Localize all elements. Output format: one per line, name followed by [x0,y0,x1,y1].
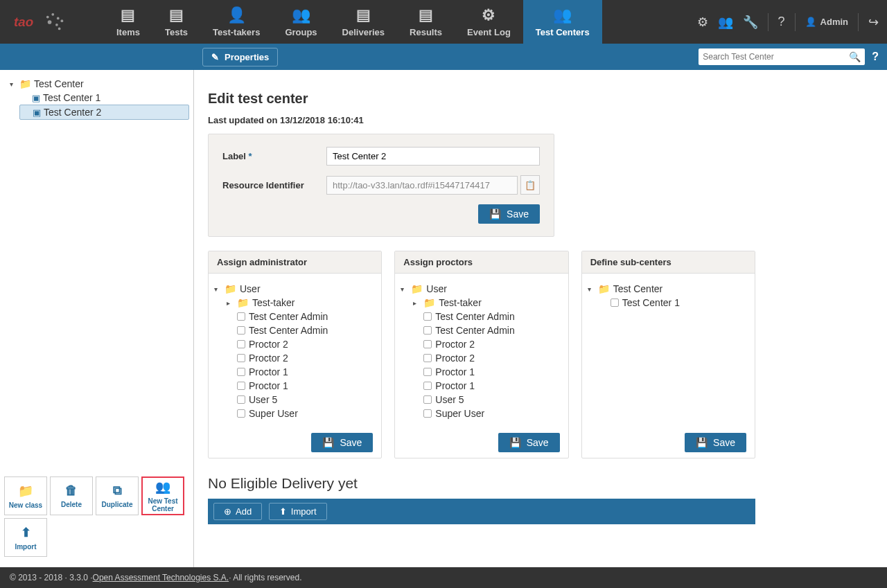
caret-icon: ▾ [214,285,221,293]
logo[interactable]: tao [0,0,104,44]
tree-node-user[interactable]: ▾📁User [401,282,562,296]
nav-item-event-log[interactable]: ⚙Event Log [455,0,523,44]
checkbox[interactable] [423,312,432,321]
checkbox[interactable] [423,326,432,335]
nav-item-test-centers[interactable]: 👥Test Centers [523,0,602,44]
folder-icon: 📁 [237,297,249,308]
users-icon: 👥 [155,479,170,495]
tree-leaf[interactable]: Proctor 2 [227,351,376,365]
last-updated: Last updated on 13/12/2018 16:10:41 [208,115,783,125]
tree-leaf[interactable]: Proctor 1 [413,365,562,379]
checkbox[interactable] [237,354,245,362]
search-icon[interactable]: 🔍 [849,51,861,62]
checkbox[interactable] [423,382,432,390]
tree-leaf[interactable]: Test Center 1 [600,296,749,310]
logout-icon[interactable]: ↪ [868,15,879,30]
tree-node-tc[interactable]: ▾📁Test Center [588,282,749,296]
properties-button[interactable]: ✎ Properties [202,48,278,66]
checkbox[interactable] [611,299,619,307]
leaf-label: Proctor 2 [249,353,288,364]
tree-leaf[interactable]: Proctor 2 [413,351,562,365]
tree-node-test-taker[interactable]: ▸📁Test-taker [413,296,562,310]
checkbox[interactable] [423,409,432,418]
tree-leaf[interactable]: Test Center Admin [413,310,562,323]
company-link[interactable]: Open Assessment Technologies S.A. [93,573,229,582]
new-test-center-button[interactable]: 👥New Test Center [141,476,184,515]
side-btn-label: New Test Center [143,497,183,513]
panel-footer: 💾Save [209,427,381,458]
nav-items: ▤Items ▤Tests 👤Test-takers 👥Groups ▤Deli… [104,0,697,44]
import-icon: ⬆ [279,506,287,517]
tree-leaf[interactable]: Super User [413,407,562,420]
tree-node-test-taker[interactable]: ▸📁Test-taker [227,296,376,310]
tree-leaf[interactable]: Test Center Admin [227,310,376,323]
checkbox[interactable] [423,354,432,362]
doc-icon: ▣ [33,107,41,118]
checkbox[interactable] [423,340,432,348]
copy-resource-button[interactable]: 📋 [520,175,540,195]
tools-icon[interactable]: 🔧 [743,15,758,30]
checkbox[interactable] [423,395,432,404]
delete-button[interactable]: 🗑Delete [50,476,93,515]
nav-item-test-takers[interactable]: 👤Test-takers [200,0,272,44]
leaf-label: User 5 [435,394,464,405]
checkbox[interactable] [237,340,245,348]
import-button[interactable]: ⬆Import [4,518,47,557]
checkbox[interactable] [237,368,245,376]
label-input[interactable] [326,147,540,166]
tree-node-user[interactable]: ▾📁User [214,282,376,296]
node-label: User [426,283,447,294]
admin-menu[interactable]: 👤Admin [805,17,848,27]
tree-leaf[interactable]: User 5 [227,393,376,407]
save-label: Save [507,208,529,220]
save-icon: 💾 [322,437,334,448]
search-input[interactable] [703,52,849,62]
checkbox[interactable] [237,395,245,404]
tree-leaf[interactable]: Test Center Admin [413,323,562,337]
save-button[interactable]: 💾Save [478,204,540,224]
tc-tree: ▾📁Test Center Test Center 1 [588,282,749,310]
save-proctors-button[interactable]: 💾Save [498,433,560,452]
nav-item-groups[interactable]: 👥Groups [272,0,329,44]
save-subcenters-button[interactable]: 💾Save [685,433,746,452]
tree-leaf[interactable]: Proctor 1 [227,365,376,379]
search-help-icon[interactable]: ? [872,51,879,63]
tree-leaf[interactable]: Proctor 2 [227,337,376,351]
tree-leaf[interactable]: Test Center Admin [227,323,376,337]
checkbox[interactable] [237,312,245,321]
tree-item[interactable]: ▣ Test Center 1 [19,91,189,105]
nav-item-tests[interactable]: ▤Tests [152,0,200,44]
save-label: Save [527,437,549,448]
sidebar: ▾ 📁 Test Center ▣ Test Center 1 ▣ Test C… [0,70,194,567]
event-log-icon: ⚙ [482,6,495,24]
panel-body: ▾📁Test Center Test Center 1 [582,274,755,427]
nav-item-results[interactable]: ▤Results [397,0,455,44]
checkbox[interactable] [237,382,245,390]
page-title: Edit test center [208,91,783,107]
tree-leaf[interactable]: Proctor 1 [413,379,562,393]
checkbox[interactable] [237,409,245,418]
nav-item-items[interactable]: ▤Items [104,0,152,44]
folder-icon: 📁 [411,283,423,294]
items-icon: ▤ [121,6,135,24]
duplicate-button[interactable]: ⧉Duplicate [96,476,139,515]
new-class-button[interactable]: 📁New class [4,476,47,515]
import-delivery-button[interactable]: ⬆Import [269,503,327,520]
caret-icon: ▸ [413,299,420,307]
users-icon[interactable]: 👥 [718,15,733,30]
tree-leaf[interactable]: Super User [227,407,376,420]
add-delivery-button[interactable]: ⊕Add [213,503,262,520]
test-centers-icon: 👥 [553,6,572,24]
help-icon[interactable]: ? [778,15,785,29]
settings-icon[interactable]: ⚙ [697,15,708,30]
tree-root[interactable]: ▾ 📁 Test Center [7,77,189,91]
nav-item-deliveries[interactable]: ▤Deliveries [330,0,397,44]
checkbox[interactable] [423,368,432,376]
folder-icon: 📁 [423,297,435,308]
tree-item-selected[interactable]: ▣ Test Center 2 [19,105,189,120]
checkbox[interactable] [237,326,245,335]
tree-leaf[interactable]: Proctor 2 [413,337,562,351]
save-admin-button[interactable]: 💾Save [311,433,373,452]
tree-leaf[interactable]: Proctor 1 [227,379,376,393]
tree-leaf[interactable]: User 5 [413,393,562,407]
